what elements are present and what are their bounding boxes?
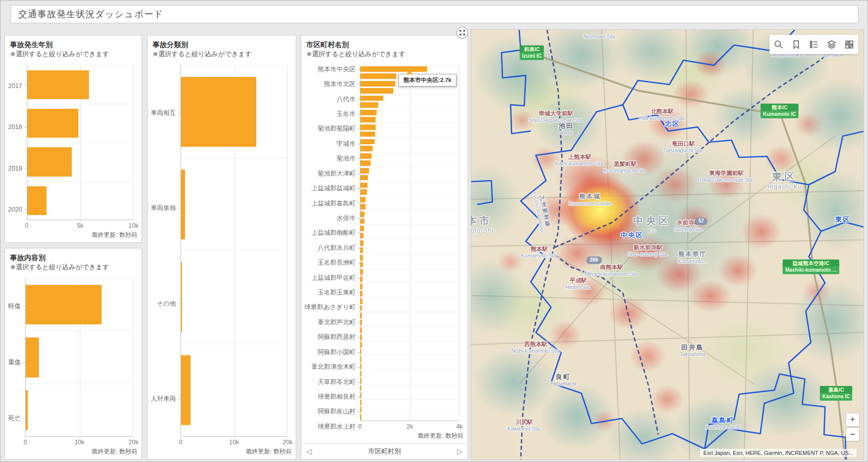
bar-阿蘇郡小国町[interactable] bbox=[360, 342, 361, 348]
bar-item[interactable] bbox=[360, 407, 361, 412]
map-panel[interactable]: 上熊本駅Kami-kumamoto Sta.北熊本駅Kita-kumamoto … bbox=[471, 29, 864, 460]
bar-軽傷[interactable] bbox=[26, 285, 102, 324]
bar-阿蘇郡産山村[interactable] bbox=[360, 400, 361, 405]
bar-八代市[interactable] bbox=[360, 96, 383, 101]
map-label-route: 57 bbox=[695, 218, 707, 225]
bar-item[interactable] bbox=[360, 334, 361, 340]
bar-菊池郡菊陽町[interactable] bbox=[360, 124, 375, 130]
basemap-icon[interactable] bbox=[844, 39, 855, 50]
map-label-ward-blue: 北区 bbox=[665, 120, 680, 128]
bar-item[interactable] bbox=[360, 204, 366, 209]
bar-2020[interactable] bbox=[27, 186, 47, 215]
bar-item[interactable] bbox=[360, 189, 367, 195]
bar-item[interactable] bbox=[360, 306, 362, 311]
bar-球磨郡相良村[interactable] bbox=[360, 386, 361, 391]
category-label: 阿蘇郡産山村 bbox=[304, 407, 360, 416]
bar-宇城市[interactable] bbox=[360, 139, 375, 145]
bar-item[interactable] bbox=[360, 175, 368, 181]
bar-玉名市[interactable] bbox=[360, 110, 376, 115]
bar-item[interactable] bbox=[360, 233, 363, 238]
panel-municipality: 市区町村名別 ※選択すると絞り込みができます 熊本市中央区熊本市北区八代市玉名市… bbox=[301, 35, 468, 459]
chart-band bbox=[360, 406, 460, 414]
category-label: 上益城郡御船町 bbox=[304, 229, 360, 237]
bar-item[interactable] bbox=[360, 117, 375, 122]
zoom-out-button[interactable]: − bbox=[846, 428, 859, 441]
category-label: 菊池郡菊陽町 bbox=[304, 124, 360, 133]
filter-hint: ※選択すると絞り込みができます bbox=[306, 50, 463, 59]
map-label-poi: 熊本県庁Kumamoto... bbox=[677, 250, 708, 265]
layers-icon[interactable] bbox=[826, 39, 837, 50]
bar-葦北郡芦北町[interactable] bbox=[360, 313, 362, 318]
bar-車両相互[interactable] bbox=[181, 77, 256, 147]
pager-next-button[interactable]: ▷ bbox=[457, 447, 463, 455]
bar-球磨郡あさぎり町[interactable] bbox=[360, 299, 362, 304]
bar-阿蘇郡西原村[interactable] bbox=[360, 327, 361, 333]
bar-item[interactable] bbox=[360, 132, 375, 137]
bookmark-icon[interactable] bbox=[791, 39, 802, 50]
chart-band bbox=[26, 331, 133, 384]
bar-人対車両[interactable] bbox=[181, 355, 191, 426]
category-label: 熊本市中央区 bbox=[304, 65, 360, 74]
bar-item[interactable] bbox=[360, 73, 396, 79]
bar-item[interactable] bbox=[360, 160, 371, 166]
map-label-ward-gray: 東区Higashi-Ku bbox=[767, 171, 802, 191]
zoom-in-button[interactable]: + bbox=[846, 413, 859, 427]
bar-八代郡氷川町[interactable] bbox=[360, 240, 363, 246]
search-icon[interactable] bbox=[773, 39, 784, 50]
map-label-poi: 熊本城Kumamoto Castle bbox=[569, 193, 611, 207]
bar-item[interactable] bbox=[360, 291, 362, 297]
last-updated: 最終更新: 数秒前 bbox=[148, 447, 296, 459]
bar-item[interactable] bbox=[360, 320, 362, 325]
pager-prev-button[interactable]: ◁ bbox=[306, 447, 312, 455]
bar-item[interactable] bbox=[360, 393, 361, 398]
bar-車両単独[interactable] bbox=[181, 170, 185, 240]
bar-item[interactable] bbox=[360, 349, 361, 355]
bar-熊本市北区[interactable] bbox=[360, 81, 395, 87]
chart-band bbox=[360, 218, 460, 225]
chart-band bbox=[360, 95, 460, 102]
chart-band bbox=[360, 189, 460, 196]
chart-band bbox=[27, 104, 133, 143]
bar-天草郡苓北町[interactable] bbox=[360, 371, 361, 376]
category-label: 熊本市北区 bbox=[304, 80, 360, 89]
chart-band bbox=[360, 333, 460, 341]
bar-上益城郡甲佐町[interactable] bbox=[360, 269, 362, 275]
x-tick: 0 bbox=[358, 423, 362, 430]
bar-item[interactable] bbox=[360, 378, 361, 384]
map-label-station: 南熊本駅Minami-kumamoto Sta. bbox=[584, 264, 639, 278]
bar-item[interactable] bbox=[360, 262, 362, 268]
map-label-place: 池田Ikeda bbox=[559, 122, 574, 137]
legend-icon[interactable] bbox=[808, 39, 819, 50]
bar-水俣市[interactable] bbox=[360, 212, 364, 217]
bar-item[interactable] bbox=[360, 88, 393, 94]
bar-球磨郡水上村[interactable] bbox=[360, 414, 361, 420]
bar-その他[interactable] bbox=[181, 262, 182, 332]
bar-2018[interactable] bbox=[27, 109, 78, 138]
bar-上益城郡嘉島町[interactable] bbox=[360, 197, 366, 202]
bar-item[interactable] bbox=[360, 102, 378, 108]
bar-item[interactable] bbox=[360, 219, 364, 224]
category-label: 水俣市 bbox=[304, 214, 360, 223]
bar-死亡[interactable] bbox=[26, 390, 28, 430]
bar-item[interactable] bbox=[360, 247, 363, 253]
bar-熊本市中央区[interactable] bbox=[360, 66, 427, 72]
bar-上益城郡益城町[interactable] bbox=[360, 183, 368, 188]
bar-菊池市[interactable] bbox=[360, 153, 372, 159]
bar-重傷[interactable] bbox=[26, 338, 39, 377]
bar-item[interactable] bbox=[360, 146, 372, 151]
bar-玉名郡玉東町[interactable] bbox=[360, 284, 362, 289]
category-label: 2020 bbox=[8, 189, 27, 230]
bar-玉名郡長洲町[interactable] bbox=[360, 255, 363, 261]
bar-2019[interactable] bbox=[27, 147, 72, 176]
bar-上益城郡御船町[interactable] bbox=[360, 226, 363, 231]
panel-title-severity: 事故内容別 bbox=[10, 253, 136, 263]
bar-item[interactable] bbox=[360, 276, 362, 282]
filter-hint: ※選択すると絞り込みができます bbox=[10, 263, 136, 272]
expand-panel-button[interactable] bbox=[456, 27, 468, 38]
bar-2017[interactable] bbox=[27, 70, 89, 99]
bar-item[interactable] bbox=[360, 363, 361, 369]
bar-葦北郡津奈木町[interactable] bbox=[360, 356, 361, 362]
bar-菊池郡大津町[interactable] bbox=[360, 168, 369, 174]
panel-accident-severity: 事故内容別 ※選択すると絞り込みができます 軽傷重傷死亡 010k20k 最終更… bbox=[5, 248, 142, 459]
x-axis-year: 05k10k bbox=[27, 220, 133, 230]
